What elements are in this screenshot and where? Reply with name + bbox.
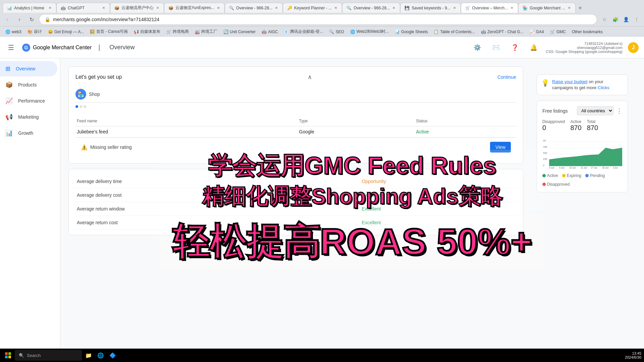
bookmark-gmc[interactable]: 🛒 GMC (547, 29, 569, 35)
bookmark-factory[interactable]: 🏭 跨境工厂 (192, 28, 220, 35)
taskbar-app-chrome[interactable]: 🌐 (95, 350, 106, 361)
svg-text:1K: 1K (543, 139, 546, 142)
tab-yunex2[interactable]: 📦 云递物流YunExpres... ✕ (164, 3, 225, 13)
tab-keyword[interactable]: 🔑 Keyword Planner - ... ✕ (283, 3, 342, 13)
products-icon: 📦 (5, 81, 13, 88)
tab-favicon: 💾 (405, 6, 410, 10)
bookmark-favicon: 🤖 (262, 29, 267, 34)
tab-close[interactable]: ✕ (452, 5, 457, 10)
bookmark-unit-converter[interactable]: 🔄 Unit Converter (221, 29, 258, 35)
profile-icon[interactable]: 👤 (621, 15, 631, 24)
svg-text:9 Jun: 9 Jun (559, 167, 565, 169)
bookmark-web3[interactable]: 🌐 web3 (3, 29, 24, 35)
tab-close[interactable]: ✕ (156, 5, 160, 10)
new-tab-button[interactable]: + (576, 3, 585, 13)
chart-legend: Active Expiring Pending (542, 173, 622, 187)
suggestion-text: Raise your budget on your campaigns to g… (552, 79, 624, 91)
tab-close[interactable]: ✕ (334, 5, 338, 10)
sidebar-item-growth[interactable]: 📊 Growth (0, 125, 57, 141)
tab-favicon: 🔑 (287, 6, 292, 10)
sidebar-item-products[interactable]: 📦 Products (0, 77, 57, 93)
bookmark-web3web2[interactable]: 🌐 Web2和Web3时... (347, 28, 391, 35)
taskbar-search[interactable]: 🔍 Search (15, 350, 82, 361)
bookmark-emoji[interactable]: 😀 Get Emoji — A... (45, 29, 87, 35)
bookmark-other[interactable]: Other bookmarks (569, 29, 605, 35)
bookmark-seo[interactable]: 🔍 SEO (326, 29, 346, 35)
bookmark-favicon: 🔍 (329, 29, 334, 34)
svg-text:30 Jun: 30 Jun (602, 167, 609, 169)
bookmark-favicon: 🏭 (195, 29, 200, 34)
bookmark-sheets[interactable]: 📊 Google Sheets (392, 29, 430, 35)
bookmark-favicon: 🖼️ (90, 29, 95, 34)
warning-icon: ⚠️ (81, 144, 88, 150)
raise-budget-link[interactable]: Raise your budget (552, 79, 588, 84)
notifications-icon[interactable]: 🔔 (527, 41, 540, 54)
bookmark-ga4[interactable]: 📈 GA4 (527, 29, 547, 35)
bookmark-label: 跨境工厂 (201, 29, 217, 35)
tab-favicon: 📦 (168, 6, 173, 10)
svg-text:750: 750 (543, 145, 547, 148)
free-listings-card: Free listings All countries ⋮ Disapprove… (537, 101, 628, 192)
more-options-icon[interactable]: ⋮ (616, 107, 622, 115)
tab-close[interactable]: ✕ (274, 5, 278, 10)
disapproved-stat: Disapproved 0 (542, 119, 565, 132)
tab-saved[interactable]: 💾 Saved keywords - 9... ✕ (400, 3, 461, 13)
bookmark-star-icon[interactable]: ☆ (600, 15, 609, 24)
taskbar-app-edge[interactable]: 🔷 (107, 350, 118, 361)
tab-chatgpt[interactable]: 🤖 ChatGPT ✕ (56, 3, 110, 13)
tab-close[interactable]: ✕ (48, 5, 52, 10)
sidebar-item-performance[interactable]: 📈 Performance (0, 93, 57, 109)
mail-icon[interactable]: ✉️ (489, 41, 503, 54)
sidebar-marketing-label: Marketing (18, 114, 39, 120)
reload-button[interactable]: ↻ (27, 15, 36, 24)
metric-name-2: Average return window (74, 202, 359, 216)
tab-yunex1[interactable]: 📦 云递物流用户中心 ✕ (110, 3, 164, 13)
tab-overview2[interactable]: 🔍 Overview - 966-28... ✕ (342, 3, 400, 13)
tab-close[interactable]: ✕ (102, 5, 106, 10)
tab-favicon: 🔍 (229, 6, 234, 10)
help-icon[interactable]: ❓ (508, 41, 522, 54)
collapse-icon[interactable]: ∧ (308, 73, 312, 81)
hamburger-menu-icon[interactable]: ☰ (5, 41, 17, 54)
tab-merchant-active[interactable]: 🛒 Overview – Merch... ✕ (461, 3, 519, 13)
tab-close[interactable]: ✕ (510, 5, 514, 10)
overview-icon: ⊞ (5, 65, 10, 72)
start-button[interactable] (3, 350, 13, 361)
chart-area: 1K 750 500 250 0 (542, 137, 622, 171)
more-menu-button[interactable]: ⋮ (632, 15, 641, 24)
extension-icon[interactable]: 🧩 (610, 15, 620, 24)
country-select[interactable]: All countries (577, 106, 613, 115)
account-avatar[interactable]: J (628, 42, 639, 53)
bookmark-zerogpt[interactable]: 🤖 ZeroGPT - Chat G... (478, 29, 526, 35)
tab-bar: 📊 Analytics | Home ✕ 🤖 ChatGPT ✕ 📦 云递物流用… (0, 0, 644, 13)
bookmark-email[interactable]: 📧 腾讯企业邮箱-登... (281, 28, 326, 35)
tab-close[interactable]: ✕ (216, 5, 220, 10)
sidebar-item-overview[interactable]: ⊞ Overview (0, 61, 57, 76)
back-button[interactable]: ‹ (3, 15, 12, 24)
tab-overview1[interactable]: 🔍 Overview - 966-28... ✕ (225, 3, 283, 13)
bookmark-aigc[interactable]: 🤖 AIGC (259, 29, 280, 35)
forward-button[interactable]: › (15, 15, 24, 24)
bookmark-canva[interactable]: 🖼️ 首页 - Canva可画 (87, 28, 130, 35)
browser-actions: ☆ 🧩 👤 ⋮ (600, 15, 641, 24)
address-bar[interactable]: 🔒 merchants.google.com/mc/overview?a=714… (39, 14, 597, 25)
bookmark-ecom1[interactable]: 🛒 跨境电商 (164, 28, 192, 35)
feed-type-cell: Google (298, 126, 415, 137)
tab-gmc[interactable]: 🏪 Google Merchant ... ✕ (518, 3, 575, 13)
tab-close[interactable]: ✕ (567, 5, 571, 10)
bookmark-media[interactable]: 📢 自媒体发布 (131, 28, 163, 35)
stats-row: Disapproved 0 Active 870 Total 870 (542, 119, 622, 132)
bookmark-design[interactable]: 🎨 设计 (25, 28, 45, 35)
bookmark-label: 腾讯企业邮箱-登... (290, 29, 323, 35)
bookmark-label: Get Emoji — A... (54, 29, 84, 34)
tab-analytics[interactable]: 📊 Analytics | Home ✕ (3, 3, 56, 13)
view-button[interactable]: View (490, 142, 511, 153)
tab-close[interactable]: ✕ (392, 5, 396, 10)
taskbar-app-file[interactable]: 📁 (83, 350, 94, 361)
continue-button[interactable]: Continue (497, 74, 516, 80)
bookmark-toc[interactable]: 📋 Table of Contents... (431, 29, 477, 35)
bookmarks-bar: 🌐 web3 🎨 设计 😀 Get Emoji — A... 🖼️ 首页 - C… (0, 26, 644, 37)
account-id: 714832124 (Juliebee's) (584, 42, 623, 46)
settings-icon[interactable]: ⚙️ (471, 41, 484, 54)
sidebar-item-marketing[interactable]: 📢 Marketing (0, 109, 57, 125)
